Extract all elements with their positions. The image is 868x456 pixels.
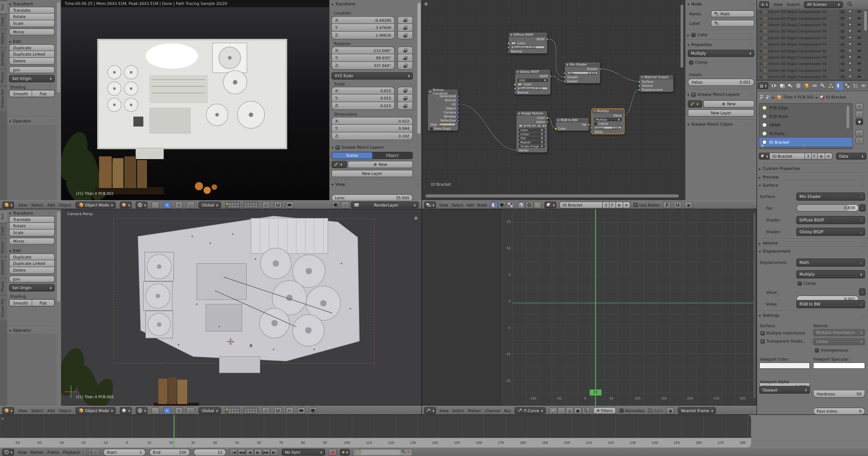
shader2-node-button[interactable]: Glossy BSDF∘ xyxy=(796,228,865,236)
color-swatch[interactable] xyxy=(517,83,522,86)
snap-element-button[interactable]: H xyxy=(285,407,293,414)
visibility-eye-icon[interactable] xyxy=(840,68,845,73)
translate-manipulator-button[interactable]: ↖ xyxy=(163,201,171,208)
selectability-icon[interactable] xyxy=(848,15,853,22)
outliner-row[interactable]: ⊕ ▽ 16mm OD Rigid Compression Fit xyxy=(757,55,868,61)
insert-keyframe-icon[interactable] xyxy=(401,449,406,455)
volume-sampling-dropdown[interactable]: Multiple Importance▲▼ xyxy=(813,329,865,336)
visibility-eye-icon[interactable] xyxy=(840,29,845,34)
displacement-node-button[interactable]: Math∘ xyxy=(796,259,865,267)
tool-shelf-tab[interactable]: Physic xyxy=(0,279,7,295)
start-frame-field[interactable]: Start:1 xyxy=(103,449,146,456)
zoom-tool-button[interactable] xyxy=(582,407,590,414)
editor-type-button[interactable]: ▲▼ xyxy=(2,449,14,456)
outliner-row[interactable]: ⊕ ▽ 16mm OD Rigid Compression Fit xyxy=(757,74,868,80)
socket-val-out[interactable] xyxy=(587,123,590,126)
displacement-operation-dropdown[interactable]: Multiply▲▼ xyxy=(796,270,865,279)
node-name-field[interactable]: Math xyxy=(711,10,754,17)
tab-render-layers[interactable] xyxy=(778,82,786,90)
node-material-output[interactable]: ▼Material Output Surface Volume Displace… xyxy=(639,74,674,92)
play-reverse-button[interactable]: ◀ xyxy=(246,449,254,456)
menu-frame[interactable]: Frame xyxy=(47,450,59,454)
object-field[interactable] xyxy=(438,123,456,126)
delete-keyframe-icon[interactable]: ✕ xyxy=(407,450,410,454)
duplicate-button[interactable]: Duplicate xyxy=(9,254,55,260)
selectability-icon[interactable] xyxy=(848,61,853,67)
color-space-dropdown[interactable]: Color⬍ xyxy=(519,128,545,132)
math-operation-dropdown[interactable]: Multiply▲▼ xyxy=(688,50,754,57)
texture-nodes-button[interactable] xyxy=(506,201,514,208)
data-link-dropdown[interactable]: Data▲▼ xyxy=(836,153,866,160)
object-shader-button[interactable] xyxy=(517,201,525,208)
manipulator-axis-button[interactable] xyxy=(152,201,159,208)
tab-object[interactable] xyxy=(803,82,810,90)
node-mix-shader[interactable]: ▼Mix Shader Shader Fac:0.839 Shader Shad… xyxy=(564,62,600,84)
socket-volume-in[interactable] xyxy=(638,84,641,87)
volume-interpolation-dropdown[interactable]: Linear▲▼ xyxy=(813,338,865,345)
filters-button[interactable]: ⊕Filters xyxy=(593,407,616,414)
menu-select[interactable]: Select xyxy=(452,203,463,207)
preview-range-button[interactable] xyxy=(84,449,91,456)
compositing-nodes-button[interactable] xyxy=(498,201,506,208)
shading-dropdown[interactable]: ▲▼ xyxy=(120,201,132,208)
socket-displacement-in[interactable] xyxy=(638,88,641,91)
menu-search[interactable]: Search xyxy=(786,2,800,7)
menu-marker[interactable]: Marker xyxy=(468,408,481,413)
layers-widget-2[interactable] xyxy=(244,202,258,208)
renderability-icon[interactable] xyxy=(857,29,862,35)
pivot-dropdown[interactable]: ▲▼ xyxy=(136,407,148,414)
node-canvas[interactable]: ⊕ ▼Texture Coordinat Generated Normal UV… xyxy=(422,0,685,200)
socket-vector-in[interactable] xyxy=(515,149,518,152)
ghost-curves-button[interactable]: ◌ xyxy=(558,407,565,414)
rotate-manipulator-button[interactable]: ↻ xyxy=(175,407,183,414)
blend-mode-dropdown[interactable]: Opaque▲▼ xyxy=(759,386,810,394)
tool-shelf-tab[interactable]: Creat xyxy=(0,14,7,29)
material-browse-button[interactable]: ▲▼ xyxy=(759,153,770,160)
render-anim-button[interactable] xyxy=(309,407,317,414)
visibility-eye-icon[interactable] xyxy=(840,16,845,21)
node-rgb-to-bw[interactable]: ▼RGB to BW Val Color xyxy=(555,118,589,131)
snap-button[interactable] xyxy=(674,201,681,208)
toolshelf-scrollbar[interactable] xyxy=(57,211,60,302)
fac-slider[interactable]: Fac:0.839 xyxy=(567,71,598,75)
socket-value-out[interactable] xyxy=(623,114,625,117)
editor-type-button[interactable]: ≡▲▼ xyxy=(759,1,769,8)
selectability-icon[interactable] xyxy=(848,68,853,73)
breadcrumb-material[interactable]: IO Bracket xyxy=(826,95,846,99)
play-button[interactable]: ▶ xyxy=(254,449,262,456)
lock-camera-button[interactable] xyxy=(262,201,270,208)
selectability-icon[interactable] xyxy=(848,9,853,15)
copy-node-group-button[interactable]: ▣ xyxy=(685,201,692,208)
manipulator-axis-button[interactable] xyxy=(152,407,159,414)
menu-add[interactable]: Add xyxy=(466,203,474,207)
lock-rotation-z-button[interactable] xyxy=(398,62,413,70)
input-value-slider[interactable]: Value:0.001 xyxy=(688,78,754,86)
value2-node-button[interactable]: RGB to BW∘ xyxy=(796,300,865,308)
rotation-y-field[interactable]: Y:89.935° xyxy=(332,54,395,62)
expand-icon[interactable]: ⊕ xyxy=(759,49,762,53)
gp-draw-mode-button[interactable]: ▲▼ xyxy=(688,100,702,107)
slot-list-grip[interactable]: ≡ xyxy=(802,144,805,148)
tweak-tool-button[interactable] xyxy=(550,407,557,414)
tool-shelf-tab[interactable]: Relatio xyxy=(0,30,7,47)
duplicate-button[interactable]: Duplicate xyxy=(9,44,55,51)
shader-nodes-button[interactable] xyxy=(490,201,498,208)
viewport-color-swatch[interactable] xyxy=(759,362,810,369)
roughness-slider[interactable]: Roughnes:0.010 xyxy=(517,87,548,90)
previous-keyframe-button[interactable]: ◀◀ xyxy=(238,449,246,456)
operation-dropdown[interactable]: Multiply⬍ xyxy=(594,118,622,121)
material-add-button[interactable]: ⊕ xyxy=(616,201,623,208)
region-expand-icon[interactable]: ⊕ xyxy=(424,1,428,6)
outliner-row[interactable]: ⊕ ▽ 16mm OD Rigid Compression Fit xyxy=(757,22,868,29)
selectability-icon[interactable] xyxy=(848,35,853,41)
flat-button[interactable]: Flat xyxy=(32,300,54,306)
slot-add-button[interactable]: + xyxy=(856,103,863,110)
duplicate-linked-button[interactable]: Duplicate Linked xyxy=(9,260,55,267)
slot-remove-button[interactable]: − xyxy=(856,111,863,118)
gp-new-layer-button[interactable]: New Layer xyxy=(688,109,754,117)
normalize-checkbox[interactable] xyxy=(619,409,623,413)
menu-object[interactable]: Object xyxy=(59,203,71,207)
renderability-icon[interactable] xyxy=(857,35,862,41)
material-browse-button[interactable]: ▲▼ xyxy=(545,201,556,208)
menu-view[interactable]: View xyxy=(439,408,448,413)
